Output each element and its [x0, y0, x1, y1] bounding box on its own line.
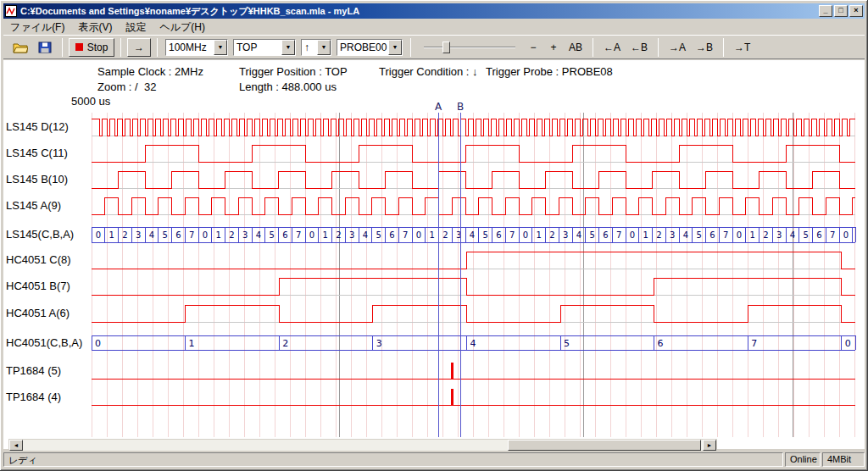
length-info: Length : 488.000 us [239, 80, 337, 93]
toolbar-separator [593, 38, 593, 57]
trigger-position-combo[interactable]: TOP ▼ [233, 39, 296, 56]
channel-label: LS145 B(10) [6, 173, 68, 186]
channel-label: HC4051 C(8) [6, 253, 71, 266]
scroll-right-icon[interactable]: ► [703, 440, 716, 451]
run-button[interactable]: → [127, 38, 151, 57]
toolbar-separator [120, 38, 121, 57]
trigger-condition-info: Trigger Condition : ↓ [379, 65, 478, 78]
zoom-slider-track [424, 47, 515, 48]
trigger-edge-combo[interactable]: ↑ ▼ [301, 39, 331, 56]
goto-trigger-button[interactable]: →T [730, 38, 754, 57]
zoom-info: Zoom : / 32 [97, 80, 156, 93]
save-file-button[interactable] [34, 38, 56, 57]
trigger-position-info: Trigger Position : TOP [239, 65, 348, 78]
menu-file[interactable]: ファイル(F) [3, 19, 71, 36]
time-scale-label: 5000 us [71, 95, 110, 108]
toolbar-separator [62, 38, 63, 57]
zoom-in-button[interactable]: + [544, 38, 563, 57]
maximize-button[interactable]: □ [834, 5, 848, 17]
status-online: Online [785, 452, 821, 467]
app-window: C:¥Documents and Settings¥noname¥デスクトップ¥… [0, 0, 868, 471]
zoom-out-button[interactable]: − [524, 38, 542, 57]
channel-label: LS145 D(12) [6, 120, 69, 133]
trigger-probe-info: Trigger Probe : PROBE08 [486, 65, 613, 78]
toolbar-separator [410, 38, 411, 57]
menubar: ファイル(F) 表示(V) 設定 ヘルプ(H) [3, 19, 865, 35]
toolbar: Stop → 100MHz ▼ TOP ▼ ↑ ▼ PROBE00 ▼ − + [3, 35, 865, 59]
trigger-edge-value: ↑ [302, 40, 317, 55]
goto-a-left-button[interactable]: ←A [599, 38, 625, 57]
goto-a-right-button[interactable]: →A [665, 38, 690, 57]
chevron-down-icon[interactable]: ▼ [281, 40, 295, 55]
open-folder-icon [13, 42, 28, 53]
channel-label: TP1684 (4) [6, 391, 61, 403]
menu-help[interactable]: ヘルプ(H) [153, 19, 212, 36]
channel-label: LS145 A(9) [6, 199, 61, 212]
scroll-left-icon[interactable]: ◄ [9, 440, 23, 451]
open-file-button[interactable] [8, 38, 32, 57]
zoom-slider[interactable] [422, 39, 517, 56]
scrollbar-thumb[interactable] [508, 440, 701, 451]
run-arrow-icon: → [134, 42, 144, 53]
toolbar-separator [157, 38, 158, 57]
menu-settings[interactable]: 設定 [119, 19, 153, 36]
window-title: C:¥Documents and Settings¥noname¥デスクトップ¥… [20, 5, 817, 18]
goto-b-left-button[interactable]: ←B [626, 38, 652, 57]
stop-label: Stop [87, 42, 108, 53]
toolbar-separator [723, 38, 724, 57]
chevron-down-icon[interactable]: ▼ [388, 40, 402, 55]
channel-label: TP1684 (5) [6, 364, 61, 377]
channel-label: LS145 C(11) [6, 147, 68, 159]
trigger-probe-value: PROBE00 [337, 40, 388, 55]
trigger-position-value: TOP [234, 40, 281, 55]
app-icon [5, 5, 17, 17]
channel-label: HC4051 A(6) [6, 307, 70, 319]
save-floppy-icon [38, 42, 52, 53]
titlebar[interactable]: C:¥Documents and Settings¥noname¥デスクトップ¥… [3, 3, 865, 19]
chevron-down-icon[interactable]: ▼ [214, 40, 227, 55]
sample-clock-combo[interactable]: 100MHz ▼ [165, 39, 228, 56]
statusbar: レディ Online 4MBit [3, 451, 865, 468]
channel-label: HC4051 B(7) [6, 280, 70, 292]
toolbar-separator [658, 38, 659, 57]
sample-clock-value: 100MHz [166, 40, 214, 55]
chevron-down-icon[interactable]: ▼ [317, 40, 331, 55]
channel-label: HC4051(C,B,A) [6, 336, 82, 349]
stop-button[interactable]: Stop [69, 38, 114, 57]
waveform-client-area [3, 60, 865, 449]
sample-clock-info: Sample Clock : 2MHz [97, 65, 203, 78]
channel-label: LS145(C,B,A) [6, 228, 74, 241]
close-button[interactable]: × [849, 5, 863, 17]
status-ready: レディ [3, 452, 783, 467]
trigger-probe-combo[interactable]: PROBE00 ▼ [337, 39, 403, 56]
stop-icon [75, 43, 83, 51]
horizontal-scrollbar[interactable]: ◄ ► [8, 439, 717, 452]
menu-view[interactable]: 表示(V) [71, 19, 119, 36]
minimize-button[interactable]: _ [819, 5, 832, 17]
zoom-slider-thumb[interactable] [442, 42, 450, 53]
cursor-ab-button[interactable]: AB [565, 38, 587, 57]
status-memory: 4MBit [822, 452, 865, 467]
goto-b-right-button[interactable]: →B [692, 38, 717, 57]
